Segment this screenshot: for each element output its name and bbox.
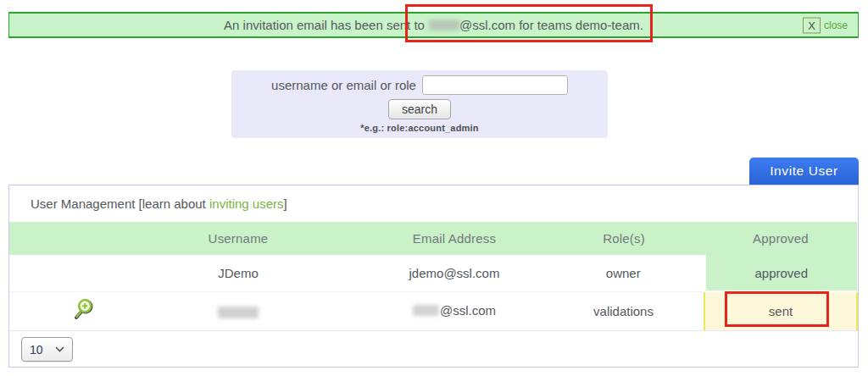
- page-size-value: 10: [30, 343, 43, 357]
- table-row: @ssl.com validations sent: [9, 291, 857, 330]
- inviting-users-link[interactable]: inviting users: [209, 196, 284, 211]
- table-caption: User Management [learn about inviting us…: [9, 185, 858, 222]
- search-input[interactable]: [422, 75, 568, 95]
- invitation-sent-banner: An invitation email has been sent to@ssl…: [8, 12, 859, 38]
- email-cell: @ssl.com: [365, 291, 543, 330]
- email-cell: jdemo@ssl.com: [365, 255, 543, 291]
- zoom-in-icon[interactable]: [73, 298, 95, 321]
- username-cell: JDemo: [111, 255, 365, 291]
- table-header-row: Username Email Address Role(s) Approved: [9, 222, 857, 255]
- caption-prefix: User Management [learn about: [31, 196, 209, 211]
- header-actions: [9, 222, 111, 255]
- username-cell: [111, 291, 365, 330]
- search-button[interactable]: search: [388, 99, 451, 119]
- search-hint: *e.g.: role:account_admin: [360, 123, 478, 133]
- redacted-email-prefix: [413, 305, 439, 316]
- page-size-select[interactable]: 10: [21, 337, 73, 362]
- header-username: Username: [111, 222, 365, 255]
- actions-cell: [9, 255, 111, 291]
- table-row: JDemo jdemo@ssl.com owner approved: [9, 255, 857, 291]
- approved-status-cell: approved: [704, 255, 857, 291]
- banner-message-after: @ssl.com for teams demo-team.: [459, 18, 643, 32]
- table-footer: 10: [9, 330, 858, 368]
- banner-message: An invitation email has been sent to@ssl…: [224, 18, 643, 32]
- roles-cell: validations: [543, 291, 704, 330]
- user-search-panel: username or email or role search *e.g.: …: [231, 70, 608, 138]
- sent-status-cell: sent: [704, 291, 857, 330]
- users-table: Username Email Address Role(s) Approved …: [9, 222, 858, 330]
- header-approved: Approved: [704, 222, 857, 255]
- email-suffix: @ssl.com: [440, 303, 496, 318]
- actions-cell: [9, 291, 111, 330]
- invite-user-button[interactable]: Invite User: [749, 158, 859, 185]
- search-label: username or email or role: [271, 78, 416, 92]
- user-management-panel: User Management [learn about inviting us…: [8, 185, 859, 368]
- caption-suffix: ]: [284, 196, 287, 211]
- roles-cell: owner: [543, 255, 704, 291]
- redacted-email-prefix: [429, 19, 459, 30]
- banner-close-button[interactable]: X close: [803, 17, 848, 33]
- chevron-down-icon: [55, 346, 64, 352]
- banner-message-before: An invitation email has been sent to: [224, 18, 425, 32]
- header-roles: Role(s): [543, 222, 704, 255]
- redacted-username: [218, 307, 259, 318]
- close-x-icon[interactable]: X: [803, 17, 821, 33]
- close-label[interactable]: close: [824, 19, 848, 31]
- header-email: Email Address: [365, 222, 543, 255]
